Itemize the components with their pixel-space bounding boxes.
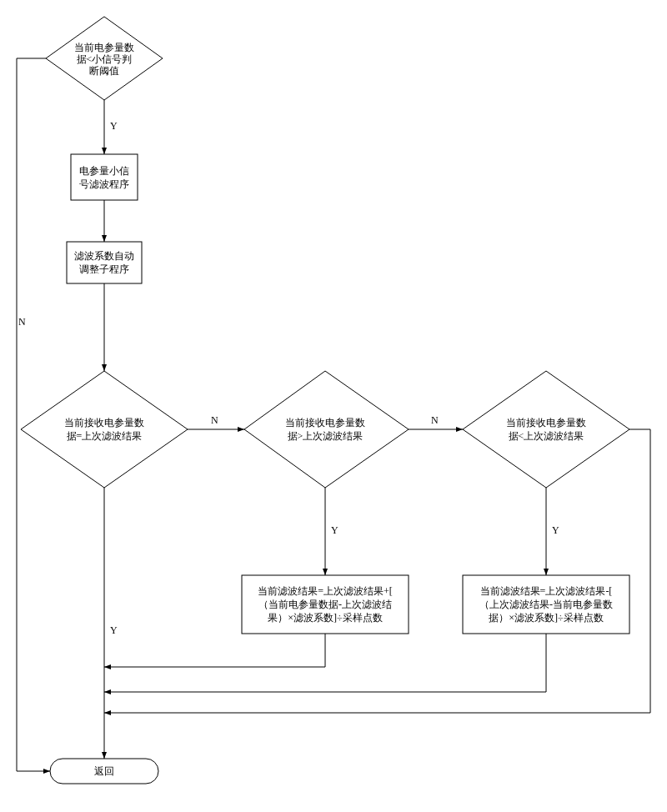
process-coef-adjust: 滤波系数自动 调整子程序 xyxy=(67,242,142,283)
d2-line1: 当前接收电参量数 xyxy=(64,417,144,429)
p1-line2: 号滤波程序 xyxy=(79,178,129,190)
process-small-signal-filter: 电参量小信 号滤波程序 xyxy=(71,154,138,200)
d3-line2: 据>上次滤波结果 xyxy=(288,430,364,442)
process-increase-filter: 当前滤波结果=上次滤波结果+[ （当前电参量数据-上次滤波结 果）×滤波系数]÷… xyxy=(242,575,409,634)
decision-threshold: 当前电参量数 据<小信号判 断阈值 xyxy=(46,17,163,100)
label-d3-no: N xyxy=(431,414,439,426)
d4-line2: 据<上次滤波结果 xyxy=(509,430,584,442)
p3-line1: 当前滤波结果=上次滤波结果+[ xyxy=(258,585,393,597)
label-d1-no: N xyxy=(18,316,26,328)
d1-line1: 当前电参量数 xyxy=(74,42,134,53)
d3-line1: 当前接收电参量数 xyxy=(285,417,365,429)
decision-equal: 当前接收电参量数 据=上次滤波结果 xyxy=(21,371,188,488)
p4-line1: 当前滤波结果=上次滤波结果-[ xyxy=(480,585,613,597)
d4-line1: 当前接收电参量数 xyxy=(506,417,586,429)
decision-less: 当前接收电参量数 据<上次滤波结果 xyxy=(463,371,629,488)
p3-line3: 果）×滤波系数]÷采样点数 xyxy=(268,612,382,624)
label-d1-yes: Y xyxy=(110,120,118,132)
terminator-return: 返回 xyxy=(50,759,158,784)
d1-line2: 据<小信号判 xyxy=(77,53,133,65)
svg-rect-1 xyxy=(71,154,138,200)
p4-line3: 据）×滤波系数]÷采样点数 xyxy=(489,612,603,624)
label-d2-yes: Y xyxy=(110,624,118,636)
end-label: 返回 xyxy=(94,765,114,777)
d1-line3: 断阈值 xyxy=(89,65,119,77)
label-d2-no: N xyxy=(211,414,218,426)
d2-line2: 据=上次滤波结果 xyxy=(67,430,143,442)
label-d3-yes: Y xyxy=(331,524,339,536)
p2-line1: 滤波系数自动 xyxy=(74,250,134,262)
decision-greater: 当前接收电参量数 据>上次滤波结果 xyxy=(244,371,409,488)
label-d4-yes: Y xyxy=(552,524,559,536)
p3-line2: （当前电参量数据-上次滤波结 xyxy=(258,599,392,610)
flowchart: 当前电参量数 据<小信号判 断阈值 Y N 电参量小信 号滤波程序 滤波系数自动… xyxy=(0,0,667,812)
process-decrease-filter: 当前滤波结果=上次滤波结果-[ （上次滤波结果-当前电参量数 据）×滤波系数]÷… xyxy=(463,575,629,634)
p2-line2: 调整子程序 xyxy=(79,263,129,275)
p4-line2: （上次滤波结果-当前电参量数 xyxy=(479,599,613,610)
edge-p3-merge xyxy=(104,634,325,667)
p1-line1: 电参量小信 xyxy=(79,165,129,177)
